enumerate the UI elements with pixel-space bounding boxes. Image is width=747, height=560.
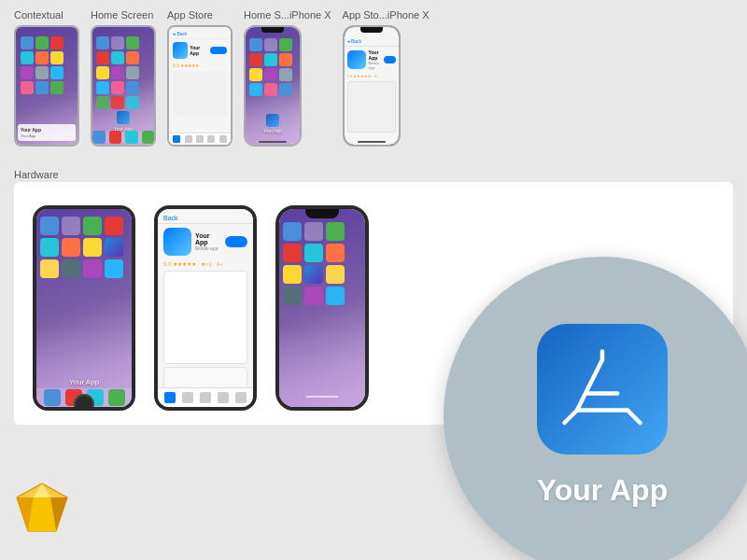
contextual-group: Contextual xyxy=(14,9,79,147)
back-btn-small: ◂ Back xyxy=(173,31,188,36)
home-button-1[interactable] xyxy=(74,394,94,411)
app-icon-large xyxy=(537,324,668,455)
contextual-label: Contextual xyxy=(14,9,63,21)
get-btn-x[interactable] xyxy=(384,56,395,63)
app-title-lg: Your App xyxy=(195,232,221,245)
app-store-toolbar xyxy=(158,387,253,407)
app-info-lg: Your App Mobile app xyxy=(195,232,221,251)
contextual-phone: Your App Your App xyxy=(14,25,79,147)
app-store-x-phone: ◂ Back Your App Mobile app 5.0 ★★★★★ 4+ xyxy=(343,25,401,147)
svg-line-1 xyxy=(565,410,578,423)
home-screen-x-group: Home S...iPhone X xyxy=(244,9,331,147)
home-screen-group: Home Screen xyxy=(91,9,156,147)
app-icon-x-small xyxy=(347,50,366,69)
notch-small-2 xyxy=(360,27,383,33)
app-store-group: App Store ◂ Back Your App 5.0 ★★★★★ xyxy=(167,9,233,147)
home-x-screen: Your App xyxy=(246,27,300,145)
stars-small: 5.0 ★★★★★ xyxy=(171,62,229,69)
toolbar-icon-4 xyxy=(207,135,215,143)
bottom-section: Hardware Your App xyxy=(0,156,747,434)
home-screen-screen: Your App xyxy=(92,27,154,145)
app-subtitle-lg: Mobile app xyxy=(195,245,221,251)
toolbar-icon-2 xyxy=(185,135,192,143)
as-header-lg: Back xyxy=(158,209,253,224)
home-screen-x-label: Home S...iPhone X xyxy=(244,9,331,21)
large-x-screen xyxy=(279,209,365,407)
app-icon-lg xyxy=(163,228,191,256)
toolbar-lg-4 xyxy=(218,392,229,403)
large-phone-home: Your App xyxy=(33,205,135,411)
contextual-screen: Your App Your App xyxy=(16,27,78,145)
app-store-label: App Store xyxy=(167,9,213,21)
sketch-logo xyxy=(14,481,70,537)
app-store-x-label: App Sto...iPhone X xyxy=(343,9,430,21)
app-icon-small xyxy=(173,42,188,59)
home-screen-label: Home Screen xyxy=(91,9,153,21)
toolbar-icon-1 xyxy=(173,135,180,143)
app-name-circle: Your App xyxy=(537,473,668,508)
toolbar-lg-3 xyxy=(200,392,211,403)
large-phone-x xyxy=(275,205,369,411)
appstore-large-screen: Back Your App Mobile app 5.0 ★★★★★ ★=1 4… xyxy=(158,209,253,407)
screenshot-area-lg xyxy=(163,271,247,364)
appstore-screen: ◂ Back Your App 5.0 ★★★★★ xyxy=(169,27,231,145)
as-icon-row-lg: Your App Mobile app xyxy=(158,224,253,259)
toolbar-icon-5 xyxy=(219,135,227,143)
app-preview-circle: Your App xyxy=(444,257,747,560)
app-title-small: Your App xyxy=(190,45,208,56)
toolbar-icon-3 xyxy=(196,135,204,143)
home-indicator-x xyxy=(306,396,339,398)
hardware-label: Hardware xyxy=(14,169,59,180)
large-phone-appstore: Back Your App Mobile app 5.0 ★★★★★ ★=1 4… xyxy=(154,205,257,411)
app-title-x: Your App xyxy=(369,49,382,61)
svg-line-2 xyxy=(627,410,641,423)
toolbar-lg-5 xyxy=(235,392,247,403)
stars-lg: 5.0 ★★★★★ ★=1 4+ xyxy=(158,259,253,268)
large-home-yourapp: Your App xyxy=(69,378,99,386)
stars-x: 5.0 ★★★★★ 4+ xyxy=(345,73,399,79)
hardware-container: Your App Back Your Ap xyxy=(14,182,733,425)
notch-small-1 xyxy=(261,27,284,33)
home-screen-phone: Your App xyxy=(91,25,156,147)
screenshot-area-x xyxy=(347,81,396,133)
top-section: Contextual xyxy=(0,0,747,156)
appstore-x-screen: ◂ Back Your App Mobile app 5.0 ★★★★★ 4+ xyxy=(345,27,399,145)
toolbar-lg-1 xyxy=(164,392,176,403)
appstore-svg-icon xyxy=(560,347,644,431)
home-screen-x-phone: Your App xyxy=(244,25,302,147)
get-button-lg[interactable] xyxy=(225,236,247,247)
toolbar-lg-2 xyxy=(182,392,193,403)
sketch-svg xyxy=(14,481,70,537)
back-btn-lg: Back xyxy=(163,215,178,221)
get-button-small[interactable] xyxy=(210,47,227,54)
app-store-x-group: App Sto...iPhone X ◂ Back Your App Mobil… xyxy=(343,9,430,147)
notch-large xyxy=(305,209,339,218)
large-home-screen: Your App xyxy=(36,209,132,407)
app-store-phone: ◂ Back Your App 5.0 ★★★★★ xyxy=(167,25,233,147)
